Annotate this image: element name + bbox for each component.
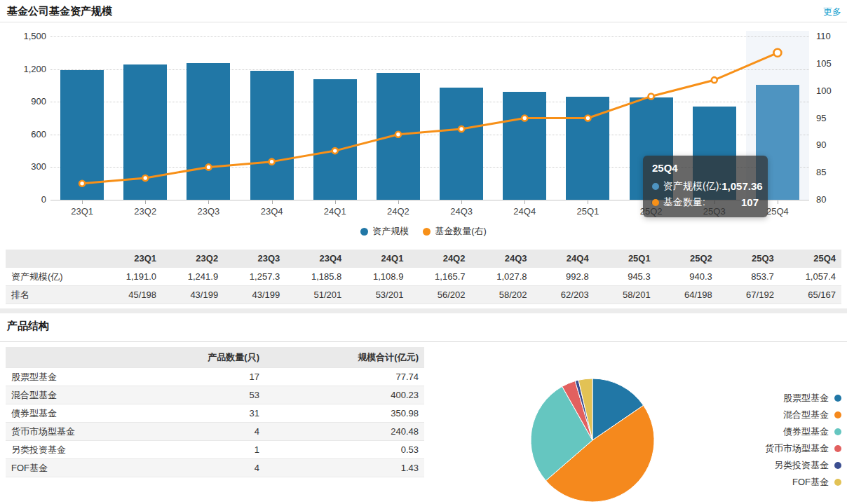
column-header: 24Q2: [409, 250, 470, 268]
table-cell: 65/167: [780, 286, 841, 304]
x-axis-tick: [398, 200, 399, 204]
x-axis-tick: [778, 200, 778, 204]
table-cell: 945.3: [595, 268, 656, 286]
section-divider: [0, 308, 847, 313]
chart-legend: 资产规模 基金数量(右): [0, 225, 847, 238]
pie-legend-item[interactable]: 股票型基金: [687, 390, 841, 407]
bar[interactable]: [377, 73, 420, 200]
left-axis-tick-label: 900: [1, 96, 46, 107]
table-cell: 240.48: [265, 423, 424, 441]
table-cell: 45/198: [100, 286, 162, 304]
table-cell: 62/203: [533, 286, 595, 304]
table-cell: 4: [181, 459, 265, 477]
table-cell: FOF基金: [6, 459, 181, 477]
right-axis-tick-label: 90: [816, 139, 826, 151]
table-cell: 资产规模(亿): [6, 268, 100, 286]
pie-legend-item[interactable]: 另类投资基金: [687, 457, 841, 474]
legend-dot-icon: [360, 228, 368, 236]
bar[interactable]: [313, 79, 357, 200]
right-axis-tick-label: 110: [816, 31, 831, 42]
pie-legend-dot-icon: [834, 462, 841, 469]
x-axis-tick: [208, 200, 209, 204]
legend-item-bar-series[interactable]: 资产规模: [360, 225, 409, 238]
bar[interactable]: [566, 97, 609, 200]
table-cell: 853.7: [718, 268, 780, 286]
series-dot-icon: [652, 183, 659, 190]
more-link[interactable]: 更多: [823, 6, 841, 18]
bar[interactable]: [503, 92, 546, 200]
table-cell: 股票型基金: [6, 368, 181, 386]
table-cell: 53: [181, 386, 265, 404]
table-cell: 940.3: [656, 268, 718, 286]
column-header: 24Q1: [347, 250, 409, 268]
table-cell: 64/198: [656, 286, 718, 304]
table-cell: 67/192: [718, 286, 780, 304]
column-header: 23Q4: [285, 250, 347, 268]
left-axis-tick-label: 300: [1, 161, 46, 172]
column-header: 25Q3: [718, 250, 780, 268]
left-axis-tick-label: 0: [1, 194, 46, 205]
pie-legend-item[interactable]: 债券型基金: [687, 423, 841, 440]
x-axis-label: 24Q4: [496, 206, 553, 217]
quarter-data-table: 23Q123Q223Q323Q424Q124Q224Q324Q425Q125Q2…: [6, 250, 841, 304]
x-axis-label: 23Q4: [244, 206, 300, 217]
pie-legend-item[interactable]: FOF基金: [687, 474, 841, 491]
table-cell: 53/201: [347, 286, 409, 304]
table-cell: 排名: [6, 286, 100, 304]
pie-legend-label: 另类投资基金: [774, 459, 829, 472]
right-axis-tick-label: 105: [816, 58, 832, 69]
right-axis-tick-label: 100: [816, 86, 832, 97]
series-dot-icon: [652, 199, 659, 206]
column-header: 23Q2: [162, 250, 224, 268]
table-cell: 1,108.9: [347, 268, 409, 286]
pie-legend-item[interactable]: 货币市场型基金: [687, 440, 841, 457]
legend-label: 基金数量(右): [435, 225, 487, 238]
page-title: 基金公司基金资产规模: [7, 5, 112, 18]
bar[interactable]: [123, 64, 167, 200]
column-header: 规模合计(亿元): [265, 347, 424, 368]
x-axis-tick: [588, 200, 588, 204]
pie-legend-dot-icon: [834, 445, 841, 452]
right-axis-tick-label: 95: [816, 113, 826, 124]
table-cell: 1,165.7: [409, 268, 470, 286]
bar[interactable]: [60, 70, 104, 200]
legend-item-line-series[interactable]: 基金数量(右): [423, 225, 487, 238]
table-cell: 43/199: [162, 286, 224, 304]
right-axis-tick-label: 85: [816, 167, 826, 178]
table-cell: 债券型基金: [6, 404, 181, 423]
table-row: 货币市场型基金4240.48: [6, 423, 424, 441]
table-cell: 56/202: [409, 286, 470, 304]
x-axis-tick: [524, 200, 525, 204]
bar[interactable]: [187, 63, 230, 200]
legend-dot-icon: [423, 228, 431, 236]
bar[interactable]: [250, 71, 294, 200]
table-cell: 货币市场型基金: [6, 423, 181, 441]
pie-legend-label: 混合型基金: [783, 409, 829, 421]
pie-legend-label: FOF基金: [792, 476, 829, 489]
table-cell: 1,241.9: [162, 268, 224, 286]
pie-legend-dot-icon: [834, 411, 841, 418]
table-row: 混合型基金53400.23: [6, 386, 424, 404]
gridline: [50, 36, 809, 37]
pie-legend-item[interactable]: 混合型基金: [687, 407, 841, 423]
x-axis-label: 25Q1: [560, 206, 616, 217]
right-axis-tick-label: 80: [816, 194, 826, 205]
pie-legend-dot-icon: [834, 479, 841, 486]
tooltip-value: 1,057.36: [721, 178, 762, 194]
table-cell: 1,057.4: [780, 268, 841, 286]
x-axis-label: 23Q1: [54, 206, 110, 217]
legend-label: 资产规模: [372, 225, 409, 238]
tooltip-row: 基金数量: 107: [652, 194, 759, 210]
column-header: 产品数量(只): [181, 347, 265, 368]
table-row: 另类投资基金10.53: [6, 441, 424, 459]
table-header-row: 产品数量(只)规模合计(亿元): [6, 347, 424, 368]
line-point[interactable]: [712, 77, 717, 83]
left-axis-tick-label: 1,200: [1, 64, 46, 75]
x-axis-label: 23Q3: [180, 206, 236, 217]
x-axis-label: 24Q3: [433, 206, 489, 217]
table-cell: 17: [181, 368, 265, 386]
table-header-row: 23Q123Q223Q323Q424Q124Q224Q324Q425Q125Q2…: [6, 250, 841, 268]
x-axis-label: 24Q1: [307, 206, 363, 217]
bar[interactable]: [440, 88, 483, 200]
x-axis-tick: [145, 200, 146, 204]
